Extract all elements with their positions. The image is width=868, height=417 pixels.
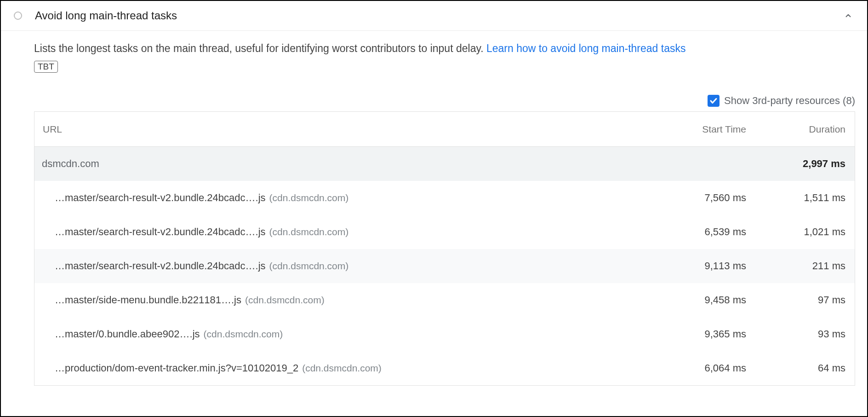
cell-url: …master/search-result-v2.bundle.24bcadc…… (42, 192, 654, 204)
url-host: (cdn.dsmcdn.com) (269, 226, 349, 237)
table-row[interactable]: …master/0.bundle.abee902….js(cdn.dsmcdn.… (34, 317, 855, 351)
third-party-label: Show 3rd-party resources (8) (724, 95, 855, 107)
cell-url: …master/search-result-v2.bundle.24bcadc…… (42, 226, 654, 238)
table-header: URL Start Time Duration (34, 112, 855, 147)
cell-duration: 64 ms (746, 362, 847, 374)
third-party-checkbox[interactable] (708, 95, 720, 107)
url-path: …master/side-menu.bundle.b221181….js (55, 294, 241, 306)
cell-duration: 211 ms (746, 260, 847, 272)
learn-more-link[interactable]: Learn how to avoid long main-thread task… (486, 42, 685, 54)
cell-start: 9,458 ms (654, 294, 746, 306)
cell-duration: 1,511 ms (746, 192, 847, 204)
group-duration: 2,997 ms (746, 158, 847, 170)
cell-duration: 93 ms (746, 328, 847, 340)
third-party-toggle-row: Show 3rd-party resources (8) (34, 95, 855, 107)
table-row[interactable]: …master/search-result-v2.bundle.24bcadc…… (34, 215, 855, 249)
url-host: (cdn.dsmcdn.com) (269, 261, 349, 271)
audit-content: Lists the longest tasks on the main thre… (1, 31, 867, 386)
url-path: …master/search-result-v2.bundle.24bcadc…… (55, 226, 266, 237)
cell-url: …production/dom-event-tracker.min.js?v=1… (42, 362, 654, 374)
cell-start: 7,560 ms (654, 192, 746, 204)
cell-url: …master/search-result-v2.bundle.24bcadc…… (42, 260, 654, 272)
group-host: dsmcdn.com (42, 158, 654, 170)
cell-duration: 1,021 ms (746, 226, 847, 238)
cell-url: …master/0.bundle.abee902….js(cdn.dsmcdn.… (42, 328, 654, 340)
col-header-start: Start Time (654, 124, 746, 135)
url-host: (cdn.dsmcdn.com) (269, 192, 349, 203)
table-row[interactable]: …master/side-menu.bundle.b221181….js(cdn… (34, 283, 855, 317)
audit-description: Lists the longest tasks on the main thre… (34, 41, 855, 56)
url-path: …master/0.bundle.abee902….js (55, 328, 200, 340)
audit-title: Avoid long main-thread tasks (35, 9, 843, 22)
col-header-duration: Duration (746, 124, 847, 135)
table-row[interactable]: …master/search-result-v2.bundle.24bcadc…… (34, 181, 855, 215)
audit-header[interactable]: Avoid long main-thread tasks (1, 1, 867, 31)
description-text: Lists the longest tasks on the main thre… (34, 42, 486, 54)
status-indicator-icon (14, 12, 22, 20)
cell-start: 9,113 ms (654, 260, 746, 272)
cell-start: 6,064 ms (654, 362, 746, 374)
cell-start: 9,365 ms (654, 328, 746, 340)
url-host: (cdn.dsmcdn.com) (245, 295, 325, 305)
url-path: …master/search-result-v2.bundle.24bcadc…… (55, 260, 266, 272)
url-host: (cdn.dsmcdn.com) (302, 363, 382, 373)
cell-start: 6,539 ms (654, 226, 746, 238)
url-path: …master/search-result-v2.bundle.24bcadc…… (55, 192, 266, 203)
cell-duration: 97 ms (746, 294, 847, 306)
tbt-badge: TBT (34, 61, 58, 73)
table-row[interactable]: …master/search-result-v2.bundle.24bcadc…… (34, 249, 855, 283)
url-host: (cdn.dsmcdn.com) (204, 329, 283, 339)
table-group-row[interactable]: dsmcdn.com 2,997 ms (34, 147, 855, 181)
chevron-up-icon[interactable] (843, 11, 853, 21)
cell-url: …master/side-menu.bundle.b221181….js(cdn… (42, 294, 654, 306)
table-row[interactable]: …production/dom-event-tracker.min.js?v=1… (34, 351, 855, 385)
audit-panel: Avoid long main-thread tasks Lists the l… (0, 0, 868, 417)
url-path: …production/dom-event-tracker.min.js?v=1… (55, 362, 298, 374)
tasks-table: URL Start Time Duration dsmcdn.com 2,997… (34, 111, 855, 386)
col-header-url: URL (42, 124, 654, 135)
